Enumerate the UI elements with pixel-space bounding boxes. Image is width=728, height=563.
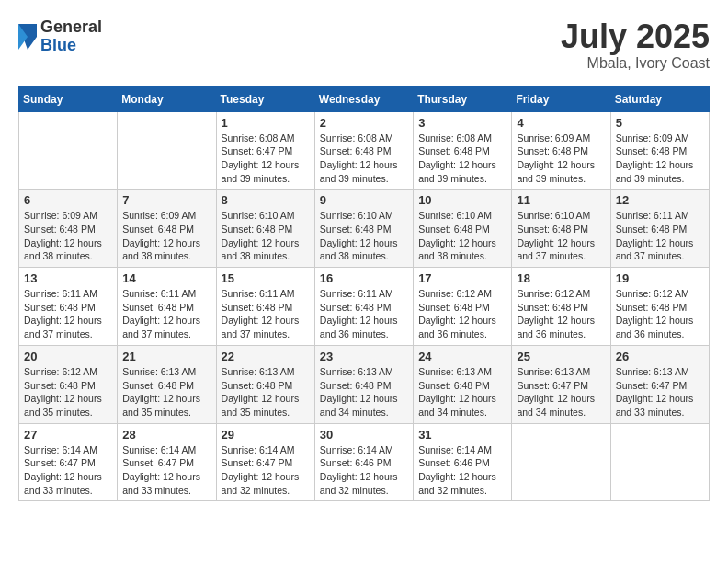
day-info: Sunrise: 6:14 AM Sunset: 6:47 PM Dayligh… xyxy=(222,443,310,498)
calendar-week-row: 1Sunrise: 6:08 AM Sunset: 6:47 PM Daylig… xyxy=(19,111,710,190)
logo-blue: Blue xyxy=(40,36,76,54)
day-number: 7 xyxy=(122,193,210,207)
calendar-cell: 8Sunrise: 6:10 AM Sunset: 6:48 PM Daylig… xyxy=(216,190,314,268)
day-info: Sunrise: 6:13 AM Sunset: 6:48 PM Dayligh… xyxy=(222,365,310,419)
calendar-cell xyxy=(19,111,118,190)
day-number: 17 xyxy=(418,271,506,285)
page-header: General Blue July 2025 Mbala, Ivory Coas… xyxy=(18,18,710,72)
calendar-cell: 1Sunrise: 6:08 AM Sunset: 6:47 PM Daylig… xyxy=(216,111,314,190)
day-info: Sunrise: 6:10 AM Sunset: 6:48 PM Dayligh… xyxy=(418,209,506,263)
day-info: Sunrise: 6:11 AM Sunset: 6:48 PM Dayligh… xyxy=(24,287,112,341)
weekday-header: Wednesday xyxy=(314,86,413,111)
calendar-cell: 6Sunrise: 6:09 AM Sunset: 6:48 PM Daylig… xyxy=(19,190,118,268)
weekday-header: Friday xyxy=(512,86,610,111)
day-info: Sunrise: 6:11 AM Sunset: 6:48 PM Dayligh… xyxy=(616,209,704,263)
day-number: 23 xyxy=(320,350,408,363)
day-info: Sunrise: 6:13 AM Sunset: 6:48 PM Dayligh… xyxy=(122,365,210,419)
calendar-week-row: 27Sunrise: 6:14 AM Sunset: 6:47 PM Dayli… xyxy=(19,423,710,501)
day-number: 5 xyxy=(616,116,704,130)
calendar-cell: 13Sunrise: 6:11 AM Sunset: 6:48 PM Dayli… xyxy=(19,268,118,346)
logo-general: General xyxy=(40,17,102,36)
calendar-cell: 10Sunrise: 6:10 AM Sunset: 6:48 PM Dayli… xyxy=(414,190,512,268)
calendar-cell: 4Sunrise: 6:09 AM Sunset: 6:48 PM Daylig… xyxy=(512,111,610,190)
day-info: Sunrise: 6:08 AM Sunset: 6:48 PM Dayligh… xyxy=(320,132,408,186)
calendar-week-row: 20Sunrise: 6:12 AM Sunset: 6:48 PM Dayli… xyxy=(19,345,710,423)
day-info: Sunrise: 6:12 AM Sunset: 6:48 PM Dayligh… xyxy=(24,365,112,419)
weekday-header-row: SundayMondayTuesdayWednesdayThursdayFrid… xyxy=(19,86,710,111)
day-info: Sunrise: 6:11 AM Sunset: 6:48 PM Dayligh… xyxy=(320,287,408,341)
day-number: 12 xyxy=(616,193,704,207)
calendar-cell: 31Sunrise: 6:14 AM Sunset: 6:46 PM Dayli… xyxy=(414,423,512,501)
calendar-cell: 28Sunrise: 6:14 AM Sunset: 6:47 PM Dayli… xyxy=(118,423,216,501)
calendar-cell xyxy=(512,423,610,501)
day-info: Sunrise: 6:10 AM Sunset: 6:48 PM Dayligh… xyxy=(222,209,310,263)
calendar-cell: 19Sunrise: 6:12 AM Sunset: 6:48 PM Dayli… xyxy=(610,268,709,346)
day-info: Sunrise: 6:14 AM Sunset: 6:46 PM Dayligh… xyxy=(418,443,506,498)
day-number: 21 xyxy=(122,350,210,363)
calendar-cell: 15Sunrise: 6:11 AM Sunset: 6:48 PM Dayli… xyxy=(216,268,314,346)
day-info: Sunrise: 6:14 AM Sunset: 6:46 PM Dayligh… xyxy=(320,443,408,498)
calendar-cell: 20Sunrise: 6:12 AM Sunset: 6:48 PM Dayli… xyxy=(19,345,118,423)
month-title: July 2025 xyxy=(561,18,710,55)
day-info: Sunrise: 6:08 AM Sunset: 6:48 PM Dayligh… xyxy=(418,132,506,186)
calendar-cell: 24Sunrise: 6:13 AM Sunset: 6:48 PM Dayli… xyxy=(414,345,512,423)
day-info: Sunrise: 6:14 AM Sunset: 6:47 PM Dayligh… xyxy=(122,443,210,498)
day-info: Sunrise: 6:13 AM Sunset: 6:47 PM Dayligh… xyxy=(517,365,605,419)
calendar-cell: 16Sunrise: 6:11 AM Sunset: 6:48 PM Dayli… xyxy=(314,268,413,346)
day-info: Sunrise: 6:09 AM Sunset: 6:48 PM Dayligh… xyxy=(122,209,210,263)
day-info: Sunrise: 6:08 AM Sunset: 6:47 PM Dayligh… xyxy=(222,132,310,186)
weekday-header: Thursday xyxy=(414,86,512,111)
day-number: 14 xyxy=(122,271,210,285)
day-info: Sunrise: 6:12 AM Sunset: 6:48 PM Dayligh… xyxy=(517,287,605,341)
calendar-cell: 12Sunrise: 6:11 AM Sunset: 6:48 PM Dayli… xyxy=(610,190,709,268)
day-number: 27 xyxy=(24,428,112,442)
day-number: 16 xyxy=(320,271,408,285)
calendar-cell: 18Sunrise: 6:12 AM Sunset: 6:48 PM Dayli… xyxy=(512,268,610,346)
calendar-cell: 5Sunrise: 6:09 AM Sunset: 6:48 PM Daylig… xyxy=(610,111,709,190)
day-info: Sunrise: 6:13 AM Sunset: 6:48 PM Dayligh… xyxy=(418,365,506,419)
day-number: 25 xyxy=(517,350,605,363)
day-number: 19 xyxy=(616,271,704,285)
weekday-header: Monday xyxy=(118,86,216,111)
day-info: Sunrise: 6:10 AM Sunset: 6:48 PM Dayligh… xyxy=(320,209,408,263)
day-number: 18 xyxy=(517,271,605,285)
calendar-cell: 11Sunrise: 6:10 AM Sunset: 6:48 PM Dayli… xyxy=(512,190,610,268)
day-number: 28 xyxy=(122,428,210,442)
calendar-cell: 21Sunrise: 6:13 AM Sunset: 6:48 PM Dayli… xyxy=(118,345,216,423)
day-number: 22 xyxy=(222,350,310,363)
calendar-cell: 2Sunrise: 6:08 AM Sunset: 6:48 PM Daylig… xyxy=(314,111,413,190)
logo: General Blue xyxy=(18,18,102,55)
calendar-cell: 23Sunrise: 6:13 AM Sunset: 6:48 PM Dayli… xyxy=(314,345,413,423)
calendar-cell: 30Sunrise: 6:14 AM Sunset: 6:46 PM Dayli… xyxy=(314,423,413,501)
location: Mbala, Ivory Coast xyxy=(561,55,710,72)
logo-text: General Blue xyxy=(40,18,102,55)
calendar: SundayMondayTuesdayWednesdayThursdayFrid… xyxy=(18,86,710,502)
title-block: July 2025 Mbala, Ivory Coast xyxy=(561,18,710,72)
day-info: Sunrise: 6:12 AM Sunset: 6:48 PM Dayligh… xyxy=(616,287,704,341)
day-number: 2 xyxy=(320,116,408,130)
weekday-header: Tuesday xyxy=(216,86,314,111)
day-number: 10 xyxy=(418,193,506,207)
day-info: Sunrise: 6:13 AM Sunset: 6:47 PM Dayligh… xyxy=(616,365,704,419)
logo-icon xyxy=(18,24,37,50)
day-number: 11 xyxy=(517,193,605,207)
day-number: 9 xyxy=(320,193,408,207)
day-number: 6 xyxy=(24,193,112,207)
day-number: 3 xyxy=(418,116,506,130)
calendar-cell: 29Sunrise: 6:14 AM Sunset: 6:47 PM Dayli… xyxy=(216,423,314,501)
day-number: 1 xyxy=(222,116,310,130)
calendar-cell xyxy=(610,423,709,501)
day-number: 13 xyxy=(24,271,112,285)
day-number: 29 xyxy=(222,428,310,442)
calendar-cell: 27Sunrise: 6:14 AM Sunset: 6:47 PM Dayli… xyxy=(19,423,118,501)
calendar-cell: 17Sunrise: 6:12 AM Sunset: 6:48 PM Dayli… xyxy=(414,268,512,346)
calendar-cell: 22Sunrise: 6:13 AM Sunset: 6:48 PM Dayli… xyxy=(216,345,314,423)
calendar-week-row: 6Sunrise: 6:09 AM Sunset: 6:48 PM Daylig… xyxy=(19,190,710,268)
calendar-cell: 7Sunrise: 6:09 AM Sunset: 6:48 PM Daylig… xyxy=(118,190,216,268)
day-info: Sunrise: 6:12 AM Sunset: 6:48 PM Dayligh… xyxy=(418,287,506,341)
day-number: 26 xyxy=(616,350,704,363)
day-info: Sunrise: 6:09 AM Sunset: 6:48 PM Dayligh… xyxy=(616,132,704,186)
calendar-week-row: 13Sunrise: 6:11 AM Sunset: 6:48 PM Dayli… xyxy=(19,268,710,346)
day-info: Sunrise: 6:09 AM Sunset: 6:48 PM Dayligh… xyxy=(517,132,605,186)
day-info: Sunrise: 6:13 AM Sunset: 6:48 PM Dayligh… xyxy=(320,365,408,419)
